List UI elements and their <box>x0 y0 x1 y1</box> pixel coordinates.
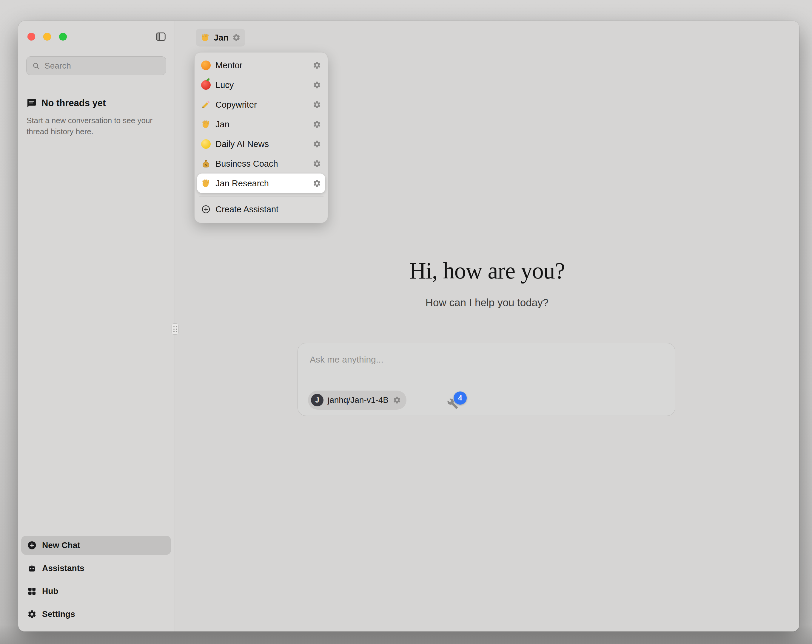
assistant-menu-item-copywriter[interactable]: Copywriter <box>197 95 325 114</box>
create-assistant-button[interactable]: Create Assistant <box>197 199 325 219</box>
yellow-circle-icon <box>201 139 211 149</box>
sidebar-resize-handle[interactable] <box>172 323 179 335</box>
empty-state-title: No threads yet <box>41 98 105 108</box>
gear-icon[interactable] <box>313 179 321 187</box>
nav-label: Settings <box>42 609 75 619</box>
menu-item-label: Business Coach <box>215 159 308 169</box>
menu-item-label: Mentor <box>215 61 308 70</box>
sidebar: No threads yet Start a new conversation … <box>18 21 175 632</box>
sidebar-toggle-icon <box>155 31 166 42</box>
gear-icon[interactable] <box>313 120 321 128</box>
chat-input[interactable] <box>310 355 662 378</box>
red-apple-icon <box>201 80 211 90</box>
assistant-dropdown-menu: Mentor Lucy Copywriter Jan Daily AI News <box>194 52 328 223</box>
money-bag-icon <box>201 159 211 169</box>
sidebar-item-new-chat[interactable]: New Chat <box>21 536 171 555</box>
nav-label: Hub <box>42 586 58 596</box>
menu-item-label: Lucy <box>215 80 308 90</box>
nav-label: New Chat <box>42 540 80 550</box>
menu-item-label: Jan <box>215 120 308 129</box>
robot-icon <box>27 563 37 573</box>
assistant-menu-item-mentor[interactable]: Mentor <box>197 55 325 75</box>
gear-icon[interactable] <box>313 140 321 148</box>
search-box[interactable] <box>26 56 166 75</box>
sidebar-toggle-button[interactable] <box>155 31 166 42</box>
window-controls <box>27 33 67 41</box>
gear-icon[interactable] <box>313 100 321 109</box>
menu-item-label: Create Assistant <box>215 204 321 215</box>
tools-button[interactable]: 4 <box>446 393 467 411</box>
gear-icon[interactable] <box>313 160 321 168</box>
nav-label: Assistants <box>42 563 84 573</box>
assistant-menu-item-daily-ai-news[interactable]: Daily AI News <box>197 134 325 154</box>
assistant-menu-item-business-coach[interactable]: Business Coach <box>197 154 325 174</box>
chat-bubble-icon <box>27 98 37 108</box>
waving-hand-icon <box>201 178 211 188</box>
main-area: Jan Mentor Lucy Copywriter Jan <box>175 21 799 632</box>
assistant-menu-item-lucy[interactable]: Lucy <box>197 75 325 95</box>
app-window: No threads yet Start a new conversation … <box>18 21 799 632</box>
gear-icon <box>27 609 37 619</box>
sidebar-item-hub[interactable]: Hub <box>21 582 171 601</box>
sidebar-bottom-nav: New Chat Assistants Hub Settings <box>21 536 171 624</box>
search-input[interactable] <box>44 61 160 71</box>
plus-circle-icon <box>27 540 37 550</box>
empty-state-description: Start a new conversation to see your thr… <box>27 115 158 137</box>
menu-item-label: Jan Research <box>215 178 308 189</box>
tools-count-badge: 4 <box>453 391 467 405</box>
model-name: janhq/Jan-v1-4B <box>328 395 389 405</box>
gear-icon[interactable] <box>393 396 401 404</box>
minimize-window-button[interactable] <box>43 33 51 41</box>
chat-input-card: J janhq/Jan-v1-4B 4 <box>298 343 675 416</box>
sidebar-item-assistants[interactable]: Assistants <box>21 559 171 578</box>
gear-icon[interactable] <box>313 81 321 89</box>
menu-item-label: Daily AI News <box>215 139 308 149</box>
close-window-button[interactable] <box>27 33 35 41</box>
model-selector[interactable]: J janhq/Jan-v1-4B <box>308 391 406 410</box>
menu-item-label: Copywriter <box>215 100 308 110</box>
orange-circle-icon <box>201 61 211 70</box>
plus-circle-icon <box>201 204 211 214</box>
greeting-title: Hi, how are you? <box>175 257 799 284</box>
gear-icon[interactable] <box>313 61 321 70</box>
search-icon <box>32 62 40 70</box>
grid-icon <box>27 586 37 596</box>
model-avatar: J <box>311 394 324 406</box>
pencil-icon <box>201 100 211 110</box>
waving-hand-icon <box>201 120 211 129</box>
greeting-subtitle: How can I help you today? <box>175 297 799 309</box>
sidebar-item-settings[interactable]: Settings <box>21 604 171 624</box>
zoom-window-button[interactable] <box>59 33 67 41</box>
assistant-menu-item-jan-research[interactable]: Jan Research <box>197 174 325 193</box>
threads-empty-state: No threads yet Start a new conversation … <box>27 98 164 137</box>
menu-divider <box>199 196 324 196</box>
assistant-menu-item-jan[interactable]: Jan <box>197 114 325 134</box>
